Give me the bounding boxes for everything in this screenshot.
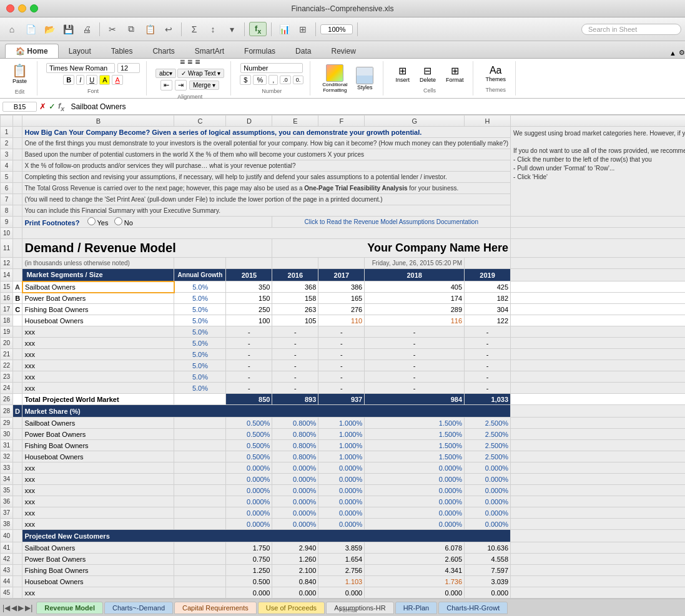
zoom-box[interactable]: 100% — [320, 24, 353, 34]
sheet-tab-capital-requirements[interactable]: Capital Requirements — [174, 602, 257, 614]
row-num-18[interactable]: 18 — [1, 315, 13, 326]
underline-button[interactable]: U — [86, 75, 97, 85]
ribbon-up-icon[interactable]: ▲ — [669, 49, 676, 57]
row-num-16[interactable]: 16 — [1, 293, 13, 304]
paste-icon[interactable]: 📋 — [142, 21, 158, 37]
nav-first-icon[interactable]: |◀ — [2, 604, 10, 612]
insert-button[interactable]: ⊞ Insert — [392, 64, 413, 84]
italic-button[interactable]: I — [76, 75, 84, 85]
new-icon[interactable]: 📄 — [22, 21, 39, 37]
col-header-C[interactable]: C — [174, 115, 226, 127]
home-icon[interactable]: ⌂ — [4, 21, 20, 37]
col-header-D[interactable]: D — [226, 115, 272, 127]
paste-button[interactable]: 📋 Paste — [9, 62, 31, 86]
sheet-scroll[interactable]: B C D E F G H I-M 1 How Big Can Your Com… — [0, 115, 685, 599]
row-num-41[interactable]: 41 — [1, 542, 13, 554]
sheet-tab-hr-plan[interactable]: HR-Plan — [395, 602, 438, 614]
sheet-tab-assumptions-hr[interactable]: Assumptions-HR — [326, 602, 394, 614]
row-num-30[interactable]: 30 — [1, 429, 13, 440]
fx-icon[interactable]: fx — [58, 101, 64, 112]
wrap-text-button[interactable]: ✓ Wrap Text ▾ — [177, 69, 224, 78]
save-icon[interactable]: 💾 — [60, 21, 76, 37]
search-box[interactable]: Search in Sheet — [581, 24, 681, 35]
row-num-11[interactable]: 11 — [1, 239, 13, 258]
row-num-40[interactable]: 40 — [1, 530, 13, 542]
row-num-10[interactable]: 10 — [1, 228, 13, 239]
row-num-7[interactable]: 7 — [1, 194, 13, 205]
percent-button[interactable]: % — [253, 75, 267, 85]
col-header-E[interactable]: E — [272, 115, 318, 127]
tab-smartart[interactable]: SmartArt — [185, 44, 234, 58]
sheet-nav-arrows[interactable]: |◀ ◀ ▶ ▶| — [2, 604, 32, 612]
yes-radio[interactable] — [87, 217, 96, 225]
row-num-3[interactable]: 3 — [1, 149, 13, 160]
sheet-tab-revenue-model[interactable]: Revenue Model — [36, 602, 103, 614]
undo-icon[interactable]: ↩ — [160, 21, 177, 37]
align-left-button[interactable]: ≡ — [180, 57, 185, 67]
col-header-H[interactable]: H — [465, 115, 511, 127]
table-icon[interactable]: ⊞ — [295, 21, 311, 37]
row-num-14[interactable]: 14 — [1, 269, 13, 281]
row-num-20[interactable]: 20 — [1, 338, 13, 349]
tab-home[interactable]: 🏠 Home — [5, 44, 59, 58]
row-num-15[interactable]: 15 — [1, 281, 13, 293]
bold-button[interactable]: B — [63, 75, 74, 85]
nav-prev-icon[interactable]: ◀ — [11, 604, 17, 612]
row-num-45[interactable]: 45 — [1, 587, 13, 599]
formula-input[interactable] — [67, 102, 683, 111]
chart-icon[interactable]: 📊 — [276, 21, 292, 37]
row-num-36[interactable]: 36 — [1, 496, 13, 507]
row-num-2[interactable]: 2 — [1, 138, 13, 149]
row-num-29[interactable]: 29 — [1, 418, 13, 429]
row-num-21[interactable]: 21 — [1, 349, 13, 360]
font-size-input[interactable] — [117, 63, 140, 73]
row-9-link[interactable]: Click to Read the Revenue Model Assumpti… — [272, 217, 511, 228]
row-num-4[interactable]: 4 — [1, 160, 13, 172]
nav-next-icon[interactable]: ▶ — [18, 604, 24, 612]
increase-decimal-button[interactable]: .0 — [280, 76, 291, 84]
row-num-24[interactable]: 24 — [1, 383, 13, 394]
copy-icon[interactable]: ⧉ — [123, 21, 139, 37]
outdent-button[interactable]: ⇥ — [175, 80, 187, 90]
tab-review[interactable]: Review — [321, 44, 365, 58]
number-format-input[interactable] — [240, 63, 303, 73]
row-num-23[interactable]: 23 — [1, 371, 13, 383]
align-center-button[interactable]: ≡ — [187, 57, 192, 67]
sheet-tab-charts-hr-growth[interactable]: Charts-HR-Growt — [438, 602, 508, 614]
row-num-8[interactable]: 8 — [1, 205, 13, 217]
col-header-row[interactable] — [13, 115, 22, 127]
sheet-tab-charts-demand[interactable]: Charts~-Demand — [104, 602, 173, 614]
row-num-6[interactable]: 6 — [1, 183, 13, 194]
gear-icon[interactable]: ⚙ — [679, 49, 685, 57]
filter-icon[interactable]: ▾ — [224, 21, 240, 37]
col-header-notes[interactable]: I-M — [511, 115, 685, 127]
currency-button[interactable]: $ — [240, 75, 251, 85]
format-button[interactable]: ⊞ Format — [443, 64, 467, 84]
col-header-corner[interactable] — [1, 115, 13, 127]
tab-formulas[interactable]: Formulas — [234, 44, 285, 58]
sum-icon[interactable]: Σ — [186, 21, 202, 37]
accept-formula-icon[interactable]: ✓ — [49, 102, 56, 111]
cancel-formula-icon[interactable]: ✗ — [39, 102, 46, 111]
row-num-28[interactable]: 28 — [1, 405, 13, 418]
row-num-17[interactable]: 17 — [1, 304, 13, 315]
conditional-format-button[interactable]: ConditionalFormatting — [319, 63, 350, 94]
themes-button[interactable]: Aa Themes — [482, 64, 509, 84]
styles-button[interactable]: Styles — [353, 66, 377, 92]
row-num-44[interactable]: 44 — [1, 576, 13, 587]
function-button[interactable]: fx — [249, 22, 267, 37]
decrease-decimal-button[interactable]: 0. — [293, 76, 304, 84]
delete-button[interactable]: ⊟ Delete — [416, 64, 439, 84]
row-num-43[interactable]: 43 — [1, 565, 13, 576]
row-num-26[interactable]: 26 — [1, 394, 13, 405]
row-num-31[interactable]: 31 — [1, 440, 13, 451]
cell-reference[interactable] — [2, 102, 37, 112]
abc-button[interactable]: abc▾ — [155, 69, 176, 78]
sort-icon[interactable]: ↕ — [205, 21, 221, 37]
tab-data[interactable]: Data — [285, 44, 321, 58]
fill-color-button[interactable]: A — [99, 75, 110, 85]
row-num-22[interactable]: 22 — [1, 360, 13, 371]
font-color-button[interactable]: A — [112, 75, 122, 85]
no-radio[interactable] — [114, 217, 122, 225]
align-right-button[interactable]: ≡ — [195, 57, 200, 67]
